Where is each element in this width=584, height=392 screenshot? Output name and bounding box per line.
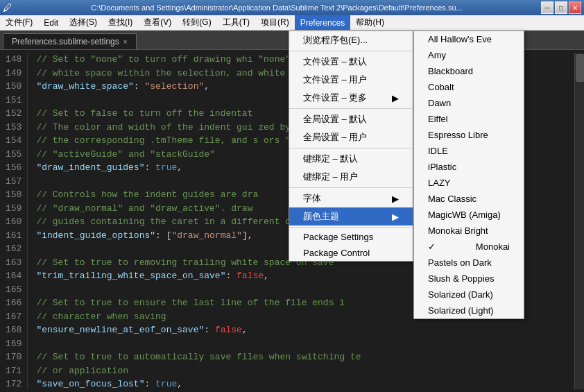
menu-keybind-default[interactable]: 键绑定 – 默认 bbox=[289, 150, 413, 168]
separator bbox=[289, 51, 413, 51]
menu-file-settings-default[interactable]: 文件设置 – 默认 bbox=[289, 53, 413, 71]
checkmark-icon bbox=[428, 241, 438, 252]
theme-lazy[interactable]: LAZY bbox=[414, 175, 524, 191]
line-num: 169 bbox=[6, 337, 22, 351]
preferences-dropdown: 浏览程序包(E)... 文件设置 – 默认 文件设置 – 用户 文件设置 – 更… bbox=[289, 31, 413, 262]
line-num: 158 bbox=[6, 188, 22, 202]
line-num: 166 bbox=[6, 296, 22, 310]
maximize-button[interactable]: □ bbox=[555, 1, 567, 14]
line-num: 151 bbox=[6, 94, 22, 108]
menu-select[interactable]: 选择(S) bbox=[64, 15, 103, 30]
theme-magicwb-amiga[interactable]: MagicWB (Amiga) bbox=[414, 207, 524, 223]
theme-iplastic[interactable]: iPlastic bbox=[414, 159, 524, 175]
line-num: 172 bbox=[6, 377, 22, 391]
theme-solarized-light[interactable]: Solarized (Light) bbox=[414, 302, 524, 318]
theme-eiffel[interactable]: Eiffel bbox=[414, 111, 524, 127]
line-num: 154 bbox=[6, 134, 22, 148]
line-num: 148 bbox=[6, 53, 22, 67]
menu-package-settings[interactable]: Package Settings bbox=[289, 229, 413, 245]
line-num: 168 bbox=[6, 323, 22, 337]
line-num: 153 bbox=[6, 121, 22, 135]
close-button[interactable]: ✕ bbox=[569, 1, 581, 14]
menu-find[interactable]: 查找(I) bbox=[103, 15, 138, 30]
menubar: 文件(F) Edit 选择(S) 查找(I) 查看(V) 转到(G) 工具(T)… bbox=[0, 15, 584, 31]
scroll-thumb[interactable] bbox=[576, 54, 584, 82]
theme-monokai[interactable]: Monokai bbox=[414, 239, 524, 255]
submenu-arrow: ▶ bbox=[392, 194, 399, 204]
menu-font-label: 字体 bbox=[303, 192, 321, 205]
theme-monokai-label: Monokai bbox=[476, 241, 510, 252]
separator bbox=[289, 227, 413, 228]
theme-idle[interactable]: IDLE bbox=[414, 143, 524, 159]
line-num: 156 bbox=[6, 161, 22, 175]
line-num: 157 bbox=[6, 175, 22, 189]
menu-browse-packages[interactable]: 浏览程序包(E)... bbox=[289, 31, 413, 49]
menu-project[interactable]: 项目(R) bbox=[255, 15, 295, 30]
menu-file-settings-more-label: 文件设置 – 更多 bbox=[303, 92, 367, 104]
line-num: 171 bbox=[6, 364, 22, 378]
theme-mac-classic[interactable]: Mac Classic bbox=[414, 191, 524, 207]
theme-monokai-bright[interactable]: Monokai Bright bbox=[414, 223, 524, 239]
theme-blackboard[interactable]: Blackboard bbox=[414, 63, 524, 79]
menu-keybind-user[interactable]: 键绑定 – 用户 bbox=[289, 168, 413, 186]
menu-goto[interactable]: 转到(G) bbox=[177, 15, 216, 30]
theme-dawn[interactable]: Dawn bbox=[414, 95, 524, 111]
line-num: 155 bbox=[6, 148, 22, 162]
line-num: 161 bbox=[6, 229, 22, 243]
menu-help[interactable]: 帮助(H) bbox=[350, 15, 390, 30]
menu-package-control[interactable]: Package Control bbox=[289, 245, 413, 261]
tab-preferences[interactable]: Preferences.sublime-settings × bbox=[3, 33, 137, 49]
menu-color-theme[interactable]: 颜色主题 ▶ bbox=[289, 207, 413, 225]
submenu-arrow: ▶ bbox=[392, 212, 399, 222]
menu-global-settings-user[interactable]: 全局设置 – 用户 bbox=[289, 128, 413, 146]
menu-preferences[interactable]: Preferences bbox=[295, 15, 351, 30]
menu-file-settings-more[interactable]: 文件设置 – 更多 ▶ bbox=[289, 89, 413, 107]
separator bbox=[289, 108, 413, 109]
line-num: 164 bbox=[6, 269, 22, 283]
line-num: 159 bbox=[6, 202, 22, 216]
line-num: 167 bbox=[6, 310, 22, 324]
theme-all-hallows-eve[interactable]: All Hallow's Eve bbox=[414, 31, 524, 47]
line-num: 163 bbox=[6, 256, 22, 270]
titlebar-title: C:\Documents and Settings\Administrator\… bbox=[12, 3, 541, 12]
scrollbar[interactable] bbox=[574, 53, 584, 389]
window-controls: ─ □ ✕ bbox=[541, 1, 581, 14]
code-line bbox=[36, 337, 566, 351]
separator bbox=[289, 148, 413, 148]
theme-cobalt[interactable]: Cobalt bbox=[414, 79, 524, 95]
line-num: 165 bbox=[6, 283, 22, 297]
line-num: 150 bbox=[6, 80, 22, 94]
menu-color-theme-label: 颜色主题 bbox=[303, 210, 339, 223]
tab-close-button[interactable]: × bbox=[123, 38, 128, 46]
tab-label: Preferences.sublime-settings bbox=[12, 37, 119, 46]
line-num: 152 bbox=[6, 107, 22, 121]
theme-espresso-libre[interactable]: Espresso Libre bbox=[414, 127, 524, 143]
menu-view[interactable]: 查看(V) bbox=[138, 15, 177, 30]
menu-file-settings-user[interactable]: 文件设置 – 用户 bbox=[289, 71, 413, 89]
line-num: 162 bbox=[6, 242, 22, 256]
menu-file[interactable]: 文件(F) bbox=[0, 15, 38, 30]
theme-amy[interactable]: Amy bbox=[414, 47, 524, 63]
theme-pastels-on-dark[interactable]: Pastels on Dark bbox=[414, 255, 524, 271]
theme-solarized-dark[interactable]: Solarized (Dark) bbox=[414, 287, 524, 302]
theme-slush-poppies[interactable]: Slush & Poppies bbox=[414, 271, 524, 287]
line-numbers: 148 149 150 151 152 153 154 155 156 157 … bbox=[0, 53, 28, 389]
code-line: // or application bbox=[36, 364, 566, 378]
color-theme-dropdown: All Hallow's Eve Amy Blackboard Cobalt D… bbox=[413, 31, 524, 319]
code-line: "ensure_newline_at_eof_on_save": false, bbox=[36, 323, 566, 337]
line-num: 170 bbox=[6, 350, 22, 364]
titlebar: 🖊 C:\Documents and Settings\Administrato… bbox=[0, 0, 584, 15]
menu-tools[interactable]: 工具(T) bbox=[217, 15, 255, 30]
code-line: "save_on_focus_lost": true, bbox=[36, 377, 566, 389]
minimize-button[interactable]: ─ bbox=[541, 1, 553, 14]
separator bbox=[289, 187, 413, 188]
menu-global-settings-default[interactable]: 全局设置 – 默认 bbox=[289, 110, 413, 128]
menu-edit[interactable]: Edit bbox=[38, 15, 64, 30]
submenu-arrow: ▶ bbox=[392, 93, 399, 103]
line-num: 149 bbox=[6, 67, 22, 80]
menu-font[interactable]: 字体 ▶ bbox=[289, 189, 413, 207]
code-line: // Set to true to automatically save fil… bbox=[36, 350, 566, 364]
line-num: 160 bbox=[6, 215, 22, 229]
titlebar-icon: 🖊 bbox=[3, 2, 12, 13]
